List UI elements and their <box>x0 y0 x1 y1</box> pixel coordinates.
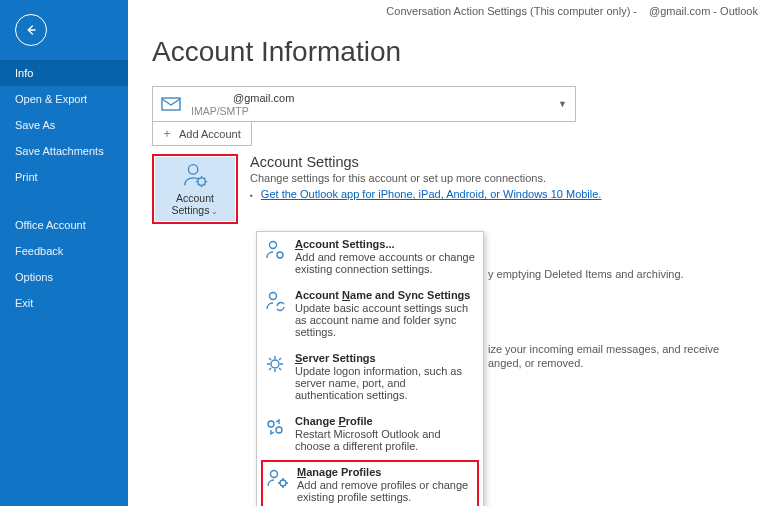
backstage-sidebar: Info Open & Export Save As Save Attachme… <box>0 0 128 506</box>
nav-office-account[interactable]: Office Account <box>0 212 128 238</box>
nav-save-as[interactable]: Save As <box>0 112 128 138</box>
person-gear-icon <box>263 238 287 262</box>
person-sync-icon <box>263 289 287 313</box>
back-button[interactable] <box>15 14 47 46</box>
svg-point-4 <box>277 252 283 258</box>
chevron-down-icon: ⌄ <box>211 207 218 216</box>
nav-open-export[interactable]: Open & Export <box>0 86 128 112</box>
menu-change-profile[interactable]: Change ProfileRestart Microsoft Outlook … <box>257 409 483 460</box>
titlebar-identity: @gmail.com - Outlook <box>649 5 758 17</box>
title-bar: Conversation Action Settings (This compu… <box>128 0 768 18</box>
account-settings-menu: Account Settings...Add and remove accoun… <box>256 231 484 506</box>
account-settings-heading: Account Settings <box>250 154 601 170</box>
menu-manage-profiles[interactable]: Manage ProfilesAdd and remove profiles o… <box>261 460 479 506</box>
nav-options[interactable]: Options <box>0 264 128 290</box>
behind-text-1: y emptying Deleted Items and archiving. <box>488 268 684 280</box>
titlebar-doc: Conversation Action Settings (This compu… <box>386 5 637 17</box>
svg-rect-0 <box>162 98 180 110</box>
tile-label-2: Settings <box>172 204 210 216</box>
add-account-button[interactable]: ＋ Add Account <box>152 122 252 146</box>
gear-icon <box>263 352 287 376</box>
page-title: Account Information <box>152 36 744 68</box>
profile-gear-icon <box>265 466 289 490</box>
bullet-icon: ▪ <box>250 191 253 200</box>
chevron-down-icon: ▼ <box>558 99 567 109</box>
account-settings-tile-highlight: AccountSettings⌄ <box>152 154 238 224</box>
person-gear-icon <box>180 160 210 190</box>
svg-point-6 <box>271 360 279 368</box>
svg-point-9 <box>271 471 278 478</box>
svg-point-10 <box>280 480 286 486</box>
menu-server-settings[interactable]: Server SettingsUpdate logon information,… <box>257 346 483 409</box>
get-outlook-app-link[interactable]: Get the Outlook app for iPhone, iPad, An… <box>261 188 602 200</box>
account-settings-tile[interactable]: AccountSettings⌄ <box>155 157 235 221</box>
plus-icon: ＋ <box>161 125 173 142</box>
nav-save-attachments[interactable]: Save Attachments <box>0 138 128 164</box>
svg-point-7 <box>268 421 274 427</box>
nav-exit[interactable]: Exit <box>0 290 128 316</box>
svg-point-8 <box>276 427 282 433</box>
behind-text-2: ize your incoming email messages, and re… <box>488 342 748 370</box>
account-selector[interactable]: @gmail.com IMAP/SMTP ▼ <box>152 86 576 122</box>
account-settings-sub: Change settings for this account or set … <box>250 172 601 184</box>
nav-info[interactable]: Info <box>0 60 128 86</box>
svg-point-1 <box>188 165 197 174</box>
svg-point-3 <box>270 242 277 249</box>
mail-icon <box>159 92 183 116</box>
account-protocol: IMAP/SMTP <box>191 105 294 117</box>
tile-label-1: Account <box>176 192 214 204</box>
menu-name-sync-settings[interactable]: Account Name and Sync SettingsUpdate bas… <box>257 283 483 346</box>
nav-feedback[interactable]: Feedback <box>0 238 128 264</box>
account-email: @gmail.com <box>191 92 294 105</box>
add-account-label: Add Account <box>179 128 241 140</box>
profile-swap-icon <box>263 415 287 439</box>
svg-point-5 <box>270 293 277 300</box>
nav-print[interactable]: Print <box>0 164 128 190</box>
back-arrow-icon <box>23 22 39 38</box>
main-area: Conversation Action Settings (This compu… <box>128 0 768 506</box>
menu-account-settings[interactable]: Account Settings...Add and remove accoun… <box>257 232 483 283</box>
